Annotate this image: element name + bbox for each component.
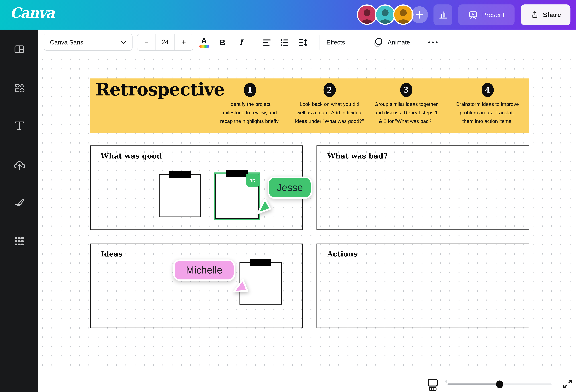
fullscreen-button[interactable]: [562, 379, 573, 391]
sidebar-item-elements[interactable]: [14, 82, 25, 93]
tape-decoration: [169, 170, 191, 178]
present-icon: [468, 10, 478, 20]
animate-label: Animate: [388, 39, 410, 46]
toolbar-separator: [421, 35, 421, 50]
what-was-bad-box[interactable]: What was bad?: [317, 145, 529, 230]
zoom-slider-handle[interactable]: [496, 380, 503, 388]
toolbar-separator: [319, 35, 319, 50]
toolbar-separator: [365, 35, 365, 50]
sidebar-item-apps[interactable]: [14, 236, 25, 247]
zoom-slider-fill: [447, 384, 500, 385]
font-size-value[interactable]: 24: [156, 34, 174, 50]
jesse-cursor-label: Jesse: [268, 177, 312, 199]
sidebar-item-uploads[interactable]: [14, 160, 25, 171]
text-color-button[interactable]: A: [197, 29, 211, 55]
step-2[interactable]: 2 Look back on what you did well as a te…: [290, 83, 368, 126]
box-title: Actions: [327, 250, 357, 258]
align-icon: [262, 38, 271, 47]
step-text: Brainstorm ideas to improve problem area…: [456, 100, 519, 125]
chart-icon: [438, 10, 448, 20]
step-number-badge: 4: [481, 83, 494, 97]
step-1[interactable]: 1 Identify the project milestone to revi…: [211, 83, 289, 126]
step-text: Look back on what you did well as a team…: [295, 100, 364, 125]
spacing-icon: [298, 38, 308, 47]
plus-icon: [415, 11, 424, 19]
michelle-cursor-label: Michelle: [173, 259, 235, 281]
add-collaborator-button[interactable]: [411, 6, 428, 23]
grid-view-button[interactable]: [427, 378, 439, 392]
draw-pen-icon: [14, 197, 26, 208]
page-title: Retrospective: [95, 80, 224, 99]
actions-box[interactable]: Actions: [317, 244, 529, 328]
italic-button[interactable]: I: [233, 29, 248, 55]
present-button[interactable]: Present: [458, 4, 515, 25]
retrospective-banner[interactable]: Retrospective 1 Identify the project mil…: [90, 79, 529, 133]
box-title: Ideas: [101, 250, 122, 258]
text-align-button[interactable]: [259, 29, 275, 55]
step-number-badge: 1: [244, 83, 256, 97]
zoom-min-marker: [445, 380, 447, 383]
toolbar-separator: [257, 35, 257, 50]
more-options-button[interactable]: [425, 29, 440, 55]
tape-decoration: [226, 170, 249, 177]
list-icon: [280, 38, 289, 47]
grid-view-icon: [427, 378, 439, 391]
sticky-note-selected[interactable]: JD: [215, 174, 259, 219]
insights-button[interactable]: [433, 4, 452, 25]
tape-decoration: [250, 259, 271, 266]
apps-grid-icon: [14, 236, 25, 247]
avatar[interactable]: [357, 4, 377, 25]
line-spacing-button[interactable]: [295, 29, 311, 55]
bold-button[interactable]: B: [215, 29, 230, 55]
font-family-dropdown[interactable]: Canva Sans: [44, 34, 133, 51]
format-toolbar: Canva Sans − 24 + A B I: [38, 29, 576, 55]
canva-editor: Canva Present: [0, 0, 576, 392]
step-text: Identify the project milestone to review…: [220, 100, 280, 125]
step-number-badge: 3: [400, 83, 412, 97]
jesse-cursor-icon: [255, 196, 272, 215]
font-size-decrease-button[interactable]: −: [137, 34, 156, 50]
avatar[interactable]: [393, 4, 413, 25]
font-family-value: Canva Sans: [50, 39, 121, 46]
text-icon: [14, 120, 25, 131]
step-4[interactable]: 4 Brainstorm ideas to improve problem ar…: [449, 83, 526, 126]
step-number-badge: 2: [323, 83, 336, 97]
share-label: Share: [543, 11, 561, 19]
sidebar-item-templates[interactable]: [14, 44, 25, 55]
present-label: Present: [482, 11, 504, 19]
expand-icon: [562, 379, 573, 389]
chevron-down-icon: [121, 40, 126, 44]
effects-button[interactable]: Effects: [322, 29, 349, 55]
sidebar-item-draw[interactable]: [14, 197, 25, 208]
cloud-upload-icon: [14, 160, 26, 171]
box-title: What was bad?: [327, 152, 388, 160]
animate-icon: [373, 37, 384, 48]
sticky-note[interactable]: [159, 174, 201, 217]
whiteboard-canvas[interactable]: Retrospective 1 Identify the project mil…: [38, 55, 576, 371]
animate-button[interactable]: Animate: [368, 29, 416, 55]
bottom-bar: [38, 371, 576, 392]
text-color-label: A: [201, 37, 207, 44]
elements-shapes-icon: [14, 82, 25, 93]
collaborator-name: Jesse: [277, 182, 303, 193]
michelle-cursor-icon: [232, 277, 249, 296]
sidebar-item-text[interactable]: [14, 120, 25, 131]
canva-logo[interactable]: Canva: [10, 4, 54, 21]
sidebar: [0, 29, 38, 392]
collaborator-name: Michelle: [186, 264, 222, 276]
bullet-list-button[interactable]: [277, 29, 292, 55]
font-size-increase-button[interactable]: +: [174, 34, 193, 50]
step-3[interactable]: 3 Group similar ideas together and discu…: [367, 83, 445, 126]
avatar[interactable]: [375, 4, 395, 25]
templates-icon: [14, 44, 25, 55]
top-bar: Canva Present: [0, 0, 576, 29]
box-title: What was good: [101, 152, 162, 160]
step-text: Group similar ideas together and discuss…: [374, 100, 438, 125]
rainbow-color-bar: [199, 45, 209, 48]
share-button[interactable]: Share: [521, 4, 570, 25]
selection-user-badge: JD: [246, 174, 259, 187]
share-upload-icon: [530, 10, 539, 19]
font-size-stepper: − 24 +: [137, 34, 193, 51]
